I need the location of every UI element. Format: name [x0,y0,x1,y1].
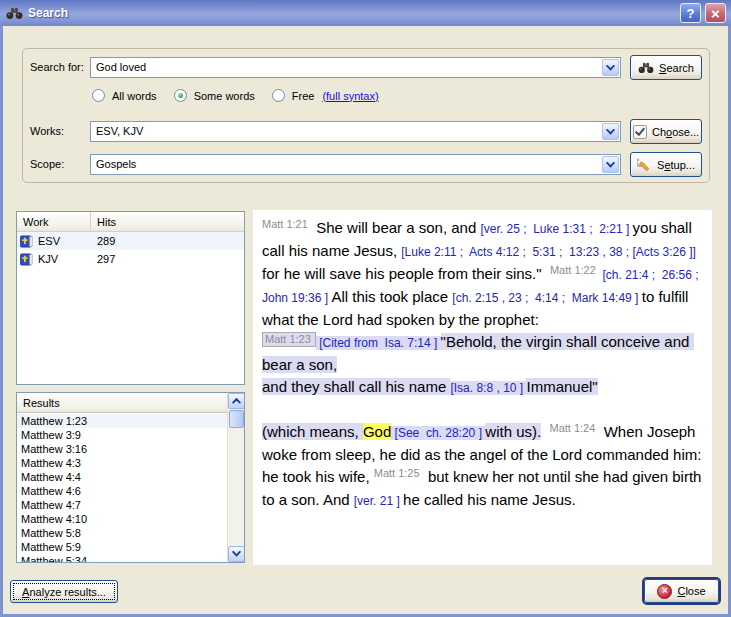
column-header-work[interactable]: Work [17,212,91,231]
verse-text: She will bear a son, and [308,219,481,236]
dropdown-button[interactable] [602,123,619,140]
result-item[interactable]: Matthew 4:6 [17,484,227,498]
radio-label: Free [292,90,315,102]
verse-text: All this took place [331,288,452,305]
work-cell: KJV [17,253,91,266]
checkmark-icon [633,125,647,139]
results-list[interactable]: Results Matthew 1:23Matthew 3:9Matthew 3… [16,392,245,563]
search-for-label: Search for: [30,61,84,73]
works-label: Works: [30,125,64,137]
verse-number: Matt 1:25 [374,467,420,479]
book-icon [20,253,33,266]
verse-text: with us). [485,423,541,440]
verse-text: and they shall call his name [262,378,450,395]
close-button-label: Close [677,585,705,597]
help-glyph: ? [687,6,695,21]
cross-reference-link[interactable]: [Cited from Isa. 7:14 ] [316,336,441,350]
result-item[interactable]: Matthew 4:10 [17,512,227,526]
radio-all-words[interactable]: All words [92,89,157,102]
result-item[interactable]: Matthew 4:4 [17,470,227,484]
verse-text: for he will save his people from their s… [262,265,550,282]
verse-number: Matt 1:22 [550,264,596,276]
dropdown-button[interactable] [602,59,619,76]
window-close-button[interactable]: × [705,3,726,23]
radio-free[interactable]: Free [272,89,315,102]
verse-number-boxed: Matt 1:23 [262,332,316,347]
chevron-down-icon [606,65,615,71]
results-items: Matthew 1:23Matthew 3:9Matthew 3:16Matth… [17,414,227,562]
verse-text [541,423,549,440]
search-window: Search ? × Search for: God loved [0,0,731,617]
choose-button[interactable]: Choose... [630,119,702,144]
result-item[interactable]: Matthew 5:9 [17,540,227,554]
radio-circle-icon [174,89,187,102]
scrollbar-thumb[interactable] [229,410,244,428]
hits-table[interactable]: Work Hits ESV289KJV297 [16,211,245,385]
scroll-down-button[interactable] [228,546,245,562]
results-scrollbar[interactable] [227,393,244,562]
book-icon [20,235,33,248]
column-header-hits[interactable]: Hits [91,216,116,228]
analyze-results-button[interactable]: Analyze results... [10,580,118,603]
analyze-button-label: Analyze results... [22,586,106,598]
radio-label: All words [112,90,157,102]
window-title: Search [28,6,68,20]
verse-number: Matt 1:21 [262,218,308,230]
search-button-label: Search [659,62,694,74]
result-item[interactable]: Matthew 1:23 [17,414,227,428]
hits-row[interactable]: KJV297 [17,250,244,268]
book-icon [20,253,33,266]
hits-table-header[interactable]: Work Hits [17,212,244,232]
radio-some-words[interactable]: Some words [174,89,255,102]
close-button[interactable]: × Close [644,579,719,603]
works-combobox[interactable]: ESV, KJV [90,121,621,142]
result-item[interactable]: Matthew 5:34 [17,554,227,562]
hits-table-body: ESV289KJV297 [17,232,244,268]
cross-reference-link[interactable]: [Luke 2:11 ; Acts 4:12 ; 5:31 ; 13:23 , … [401,245,699,259]
cross-reference-link[interactable]: [ver. 21 ] [354,494,403,508]
full-syntax-link[interactable]: (full syntax) [322,90,378,102]
result-item[interactable]: Matthew 4:3 [17,456,227,470]
result-item[interactable]: Matthew 5:8 [17,526,227,540]
cross-reference-link[interactable]: [See ch. 28:20 ] [391,426,485,440]
cross-reference-link[interactable]: [ch. 2:15 , 23 ; 4:14 ; Mark 14:49 ] [452,291,641,305]
result-item[interactable]: Matthew 3:9 [17,428,227,442]
scope-label: Scope: [30,158,64,170]
hits-row[interactable]: ESV289 [17,232,244,250]
verse-preview-pane[interactable]: Matt 1:21 She will bear a son, and [ver.… [253,210,712,565]
search-input-combobox[interactable]: God loved [90,57,621,78]
binoculars-icon [6,7,23,20]
chevron-down-icon [606,129,615,135]
help-button[interactable]: ? [680,3,701,23]
preview-paragraph: Matt 1:21 She will bear a son, and [ver.… [262,217,704,331]
result-item[interactable]: Matthew 4:7 [17,498,227,512]
wrench-icon [637,157,652,172]
result-item[interactable]: Matthew 3:16 [17,442,227,456]
verse-number: Matt 1:24 [550,422,596,434]
chevron-up-icon [232,398,241,404]
close-button-ring: × Close [642,577,721,605]
cross-reference-link[interactable]: [ver. 25 ; Luke 1:31 ; 2:21 ] [480,222,632,236]
verse-text: (which means, [262,423,363,440]
search-button[interactable]: Search [630,55,702,80]
close-x-icon: × [711,5,720,22]
chevron-down-icon [606,162,615,168]
work-name: ESV [38,235,60,247]
binoculars-icon [638,62,654,74]
search-input-value: God loved [96,58,146,77]
setup-button[interactable]: Setup... [630,152,702,177]
scroll-up-button[interactable] [228,393,245,409]
search-hit: God [363,423,391,440]
titlebar[interactable]: Search ? × [0,0,731,26]
cross-reference-link[interactable]: [Isa. 8:8 , 10 ] [450,381,526,395]
work-cell: ESV [17,235,91,248]
chevron-down-icon [232,551,241,557]
scope-combobox[interactable]: Gospels [90,154,621,175]
setup-button-label: Setup... [657,159,695,171]
dropdown-button[interactable] [602,156,619,173]
radio-label: Some words [194,90,255,102]
search-type-options: All words Some words Free (full syntax) [92,88,379,103]
dialog-body: Search for: God loved [3,26,728,614]
verse-text: Immanuel" [526,378,597,395]
radio-circle-icon [92,89,105,102]
